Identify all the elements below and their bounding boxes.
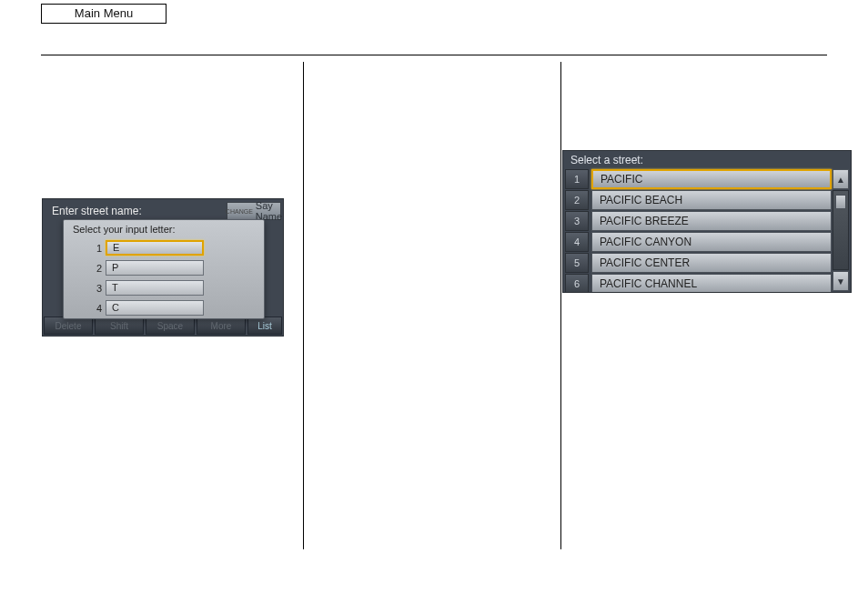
street-option[interactable]: PACIFIC CHANNEL (591, 274, 832, 293)
main-menu-button[interactable]: Main Menu (41, 4, 167, 24)
row-number: 1 (91, 243, 102, 254)
say-name-button[interactable]: CHANGE Say Name (227, 202, 281, 220)
street-option[interactable]: PACIFIC BREEZE (591, 211, 832, 231)
street-option[interactable]: PACIFIC BEACH (591, 190, 832, 210)
row-number: 5 (565, 253, 589, 273)
street-option[interactable]: PACIFIC (591, 169, 832, 189)
street-row-6[interactable]: 6 PACIFIC CHANNEL (565, 274, 833, 293)
street-row-3[interactable]: 3 PACIFIC BREEZE (565, 211, 833, 231)
street-row-1[interactable]: 1 PACIFIC (565, 169, 833, 189)
row-number: 1 (565, 169, 589, 189)
letter-option[interactable]: E (106, 240, 204, 256)
screenshot-enter-street-name: Enter street name: CHANGE Say Name Delet… (42, 198, 284, 337)
column-separator-2 (560, 62, 561, 549)
row-number: 3 (91, 283, 102, 294)
input-letter-popup: Select your input letter: 1 E 2 P 3 T 4 … (63, 219, 265, 319)
divider (41, 55, 827, 55)
more-button[interactable]: More (197, 317, 246, 335)
row-number: 3 (565, 211, 589, 231)
enter-street-name-label: Enter street name: (52, 205, 142, 217)
scrollbar[interactable]: ▲ ▼ (833, 169, 849, 292)
row-number: 2 (91, 263, 102, 274)
street-row-2[interactable]: 2 PACIFIC BEACH (565, 190, 833, 210)
row-number: 4 (91, 303, 102, 314)
scroll-up-icon[interactable]: ▲ (833, 169, 849, 189)
change-mode-label: CHANGE (226, 208, 253, 215)
letter-option[interactable]: C (106, 300, 204, 316)
scroll-thumb[interactable] (835, 195, 846, 209)
street-option[interactable]: PACIFIC CANYON (591, 232, 832, 252)
letter-row-2[interactable]: 2 P (106, 260, 204, 276)
shift-button[interactable]: Shift (95, 317, 144, 335)
scroll-down-icon[interactable]: ▼ (833, 271, 849, 291)
scroll-track[interactable] (833, 190, 849, 270)
letter-option[interactable]: T (106, 280, 204, 296)
list-button[interactable]: List (247, 317, 282, 335)
letter-option[interactable]: P (106, 260, 204, 276)
screenshot-select-street: Select a street: 1 PACIFIC 2 PACIFIC BEA… (562, 150, 852, 293)
space-button[interactable]: Space (146, 317, 195, 335)
letter-row-1[interactable]: 1 E (106, 240, 204, 256)
input-letter-title: Select your input letter: (73, 224, 176, 235)
select-street-title: Select a street: (570, 154, 643, 166)
row-number: 4 (565, 232, 589, 252)
row-number: 6 (565, 274, 589, 293)
street-list: 1 PACIFIC 2 PACIFIC BEACH 3 PACIFIC BREE… (565, 169, 833, 293)
column-separator-1 (303, 62, 304, 549)
street-row-5[interactable]: 5 PACIFIC CENTER (565, 253, 833, 273)
delete-button[interactable]: Delete (44, 317, 93, 335)
street-option[interactable]: PACIFIC CENTER (591, 253, 832, 273)
row-number: 2 (565, 190, 589, 210)
street-row-4[interactable]: 4 PACIFIC CANYON (565, 232, 833, 252)
letter-row-3[interactable]: 3 T (106, 280, 204, 296)
letter-row-4[interactable]: 4 C (106, 300, 204, 316)
